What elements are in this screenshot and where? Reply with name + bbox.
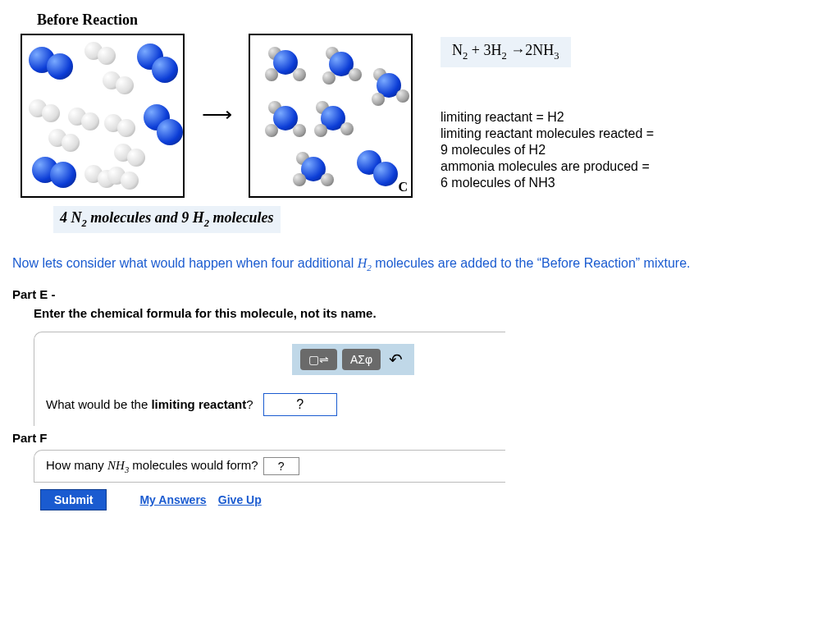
instruction-mol: H2 — [358, 256, 372, 270]
give-up-link[interactable]: Give Up — [218, 493, 262, 506]
reaction-arrow: ⟶ — [196, 34, 237, 195]
diagram-row: ⟶ C N2 + — [21, 34, 828, 198]
fact-line-5: 6 molecules of NH3 — [441, 176, 828, 190]
instruction-before: Now lets consider what would happen when… — [12, 256, 358, 270]
fact-line-3: 9 molecules of H2 — [441, 143, 828, 158]
undo-icon[interactable]: ↶ — [386, 350, 406, 369]
reaction-equation: N2 + 3H2 →2NH3 — [441, 37, 571, 67]
heading-before-reaction: Before Reaction — [37, 11, 828, 29]
instruction-after: molecules are added to the “Before React… — [375, 256, 690, 270]
after-reaction-box: C — [249, 34, 413, 198]
instruction-text: Now lets consider what would happen when… — [12, 256, 828, 272]
fact-line-2: limiting reactant molecules reacted = — [441, 126, 828, 141]
fact-line-1: limiting reactant = H2 — [441, 110, 828, 125]
part-e-heading: Part E - — [12, 287, 828, 301]
nh3-count-input[interactable] — [263, 457, 299, 475]
part-f-question: How many NH3 molecules would form? — [46, 458, 258, 474]
button-row: Submit My Answers Give Up — [40, 489, 828, 510]
limiting-reactant-input[interactable] — [263, 393, 337, 416]
molecule-count-caption: 4 N2 molecules and 9 H2 molecules — [53, 206, 281, 233]
my-answers-link[interactable]: My Answers — [139, 493, 206, 506]
part-e-question: What would be the limiting reactant? — [46, 397, 253, 411]
part-e-answer-zone: ▢⇌ ΑΣφ ↶ What would be the limiting reac… — [34, 332, 505, 426]
part-f-answer-zone: How many NH3 molecules would form? — [34, 450, 505, 483]
box-c-label: C — [398, 180, 408, 195]
equilibrium-button[interactable]: ▢⇌ — [300, 349, 337, 370]
submit-button[interactable]: Submit — [40, 489, 107, 510]
fact-line-4: ammonia molecules are produced = — [441, 159, 828, 174]
before-reaction-box — [21, 34, 185, 198]
formula-toolbar: ▢⇌ ΑΣφ ↶ — [292, 344, 414, 375]
part-e-sub: Enter the chemical formula for this mole… — [34, 306, 828, 320]
part-f-heading: Part F — [12, 431, 828, 445]
facts-block: limiting reactant = H2 limiting reactant… — [441, 108, 828, 192]
greek-symbols-button[interactable]: ΑΣφ — [342, 349, 381, 370]
